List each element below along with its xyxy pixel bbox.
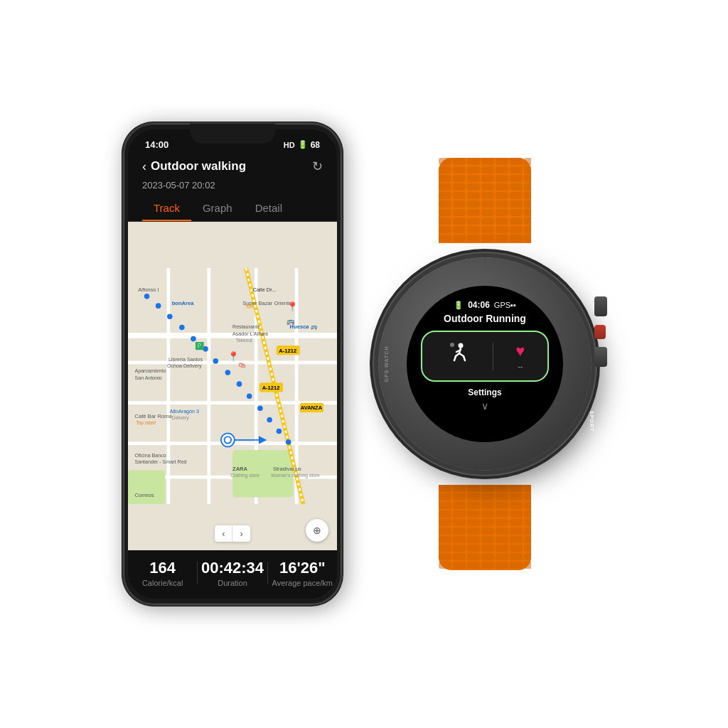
scene: 14:00 HD 🔋 68 ‹ Outdoor walking ↻ 2023-0…	[122, 122, 606, 606]
stat-calorie: 164 Calorie/kcal	[128, 559, 197, 587]
svg-text:Café Bar Roma: Café Bar Roma	[134, 413, 172, 419]
battery-icon: 🔋	[298, 140, 308, 149]
svg-text:A-1212: A-1212	[279, 348, 296, 354]
watch-band-top	[439, 158, 531, 243]
svg-point-33	[286, 439, 291, 445]
svg-text:Clothing store: Clothing store	[230, 473, 259, 478]
svg-text:AltoAragón 3: AltoAragón 3	[170, 409, 199, 414]
gps-watch-label: GPS WATCH	[384, 346, 389, 382]
calorie-label: Calorie/kcal	[128, 579, 197, 587]
stat-duration: 00:42:34 Duration	[198, 559, 267, 587]
watch-battery-icon: 🔋	[454, 301, 464, 310]
tab-bar: Track Graph Detail	[128, 196, 337, 222]
svg-text:Ochoa·Delivery: Ochoa·Delivery	[167, 363, 202, 369]
watch-crown-bottom	[594, 347, 607, 367]
map-next-btn[interactable]: ›	[233, 525, 250, 542]
svg-text:Oficina Banco: Oficina Banco	[134, 453, 166, 459]
battery-level: 68	[311, 140, 320, 150]
svg-point-22	[167, 314, 173, 320]
watch-crown-red	[594, 325, 606, 339]
svg-text:Delivery: Delivery	[172, 415, 190, 421]
svg-text:📍: 📍	[228, 350, 240, 363]
stats-bar: 164 Calorie/kcal 00:42:34 Duration 16'26…	[128, 550, 337, 599]
svg-line-75	[454, 356, 456, 360]
svg-point-29	[247, 393, 252, 399]
svg-text:Correos: Correos	[134, 492, 154, 498]
map-prev-btn[interactable]: ‹	[215, 525, 232, 542]
watch-crown-top	[594, 296, 607, 316]
status-time: 14:00	[145, 139, 168, 150]
svg-point-30	[257, 406, 263, 412]
duration-label: Duration	[198, 579, 267, 587]
svg-point-24	[191, 336, 196, 342]
watch-screen: 🔋 04:06 GPS▪▪ Outdoor Running	[407, 286, 563, 442]
svg-text:Takeout: Takeout	[236, 338, 252, 343]
status-right: HD 🔋 68	[284, 140, 320, 150]
phone: 14:00 HD 🔋 68 ‹ Outdoor walking ↻ 2023-0…	[122, 122, 343, 606]
tab-graph[interactable]: Graph	[191, 196, 244, 221]
watch-status-bar: 🔋 04:06 GPS▪▪	[418, 300, 552, 310]
svg-text:Calle Dr...: Calle Dr...	[252, 287, 276, 293]
svg-text:ZARA: ZARA	[232, 466, 248, 472]
watch-activity-title: Outdoor Running	[444, 313, 526, 325]
svg-text:🚌: 🚌	[287, 317, 295, 326]
svg-text:Women's clothing store: Women's clothing store	[271, 473, 320, 478]
svg-point-69	[450, 343, 454, 347]
svg-point-25	[203, 346, 208, 352]
duration-value: 00:42:34	[198, 559, 267, 577]
svg-point-32	[277, 429, 282, 434]
calorie-value: 164	[128, 559, 197, 577]
card-divider	[493, 342, 493, 370]
map-nav-arrow[interactable]: ⊕	[306, 519, 328, 542]
svg-rect-11	[128, 471, 165, 504]
svg-text:Librería Santos: Librería Santos	[168, 357, 203, 363]
sport-label: SPORT	[589, 411, 594, 432]
svg-point-28	[237, 381, 242, 387]
header-left: ‹ Outdoor walking	[142, 159, 246, 174]
svg-line-76	[464, 356, 465, 360]
svg-rect-68	[439, 485, 531, 570]
svg-text:Stradivarius: Stradivarius	[273, 466, 301, 472]
svg-point-31	[267, 417, 272, 423]
stat-pace: 16'26" Average pace/km	[268, 559, 337, 587]
svg-rect-67	[439, 158, 531, 243]
smartwatch: START GPS WATCH SPORT 🔋 04:06 GPS▪▪ Outd…	[364, 179, 606, 549]
svg-text:Alfonso I: Alfonso I	[138, 287, 159, 293]
watch-activity-card: ♥ --	[421, 331, 549, 382]
watch-settings-label: Settings	[468, 387, 501, 397]
phone-header: ‹ Outdoor walking ↻	[128, 153, 337, 178]
runner-icon	[445, 341, 471, 371]
header-title: Outdoor walking	[151, 159, 246, 173]
tab-detail[interactable]: Detail	[244, 196, 294, 221]
svg-point-26	[213, 358, 218, 364]
watch-band-bottom	[439, 485, 531, 570]
map-view: A-1212 A-1212 AVANZA	[128, 222, 337, 550]
svg-text:bonArea: bonArea	[172, 300, 195, 306]
svg-point-20	[144, 294, 150, 299]
phone-screen: 14:00 HD 🔋 68 ‹ Outdoor walking ↻ 2023-0…	[128, 129, 337, 599]
svg-text:AVANZA: AVANZA	[301, 405, 323, 411]
svg-text:🛍: 🛍	[239, 361, 245, 369]
svg-point-27	[225, 370, 231, 375]
status-signal: HD	[284, 141, 295, 149]
svg-text:San Antonio: San Antonio	[134, 375, 161, 381]
svg-point-34	[221, 433, 235, 446]
tab-track[interactable]: Track	[142, 196, 191, 221]
heart-rate-value: --	[518, 362, 523, 370]
svg-text:Santander - Smart Red: Santander - Smart Red	[134, 459, 186, 465]
refresh-icon[interactable]: ↻	[312, 159, 323, 174]
svg-text:Top rated: Top rated	[136, 420, 156, 426]
map-pagination: ‹ ›	[215, 525, 250, 542]
svg-text:🍽: 🍽	[246, 302, 253, 310]
phone-notch	[190, 124, 275, 144]
heart-icon: ♥	[515, 342, 525, 360]
back-button[interactable]: ‹	[142, 159, 146, 174]
svg-text:Aparcamiento: Aparcamiento	[134, 368, 166, 374]
pace-value: 16'26"	[268, 559, 337, 577]
heart-rate-display: ♥ --	[515, 342, 525, 370]
svg-text:Asador L'Alifara: Asador L'Alifara	[232, 331, 268, 337]
svg-text:📍: 📍	[287, 301, 299, 313]
watch-case: START GPS WATCH SPORT 🔋 04:06 GPS▪▪ Outd…	[378, 257, 592, 471]
pace-label: Average pace/km	[268, 579, 337, 587]
svg-point-21	[156, 303, 161, 309]
